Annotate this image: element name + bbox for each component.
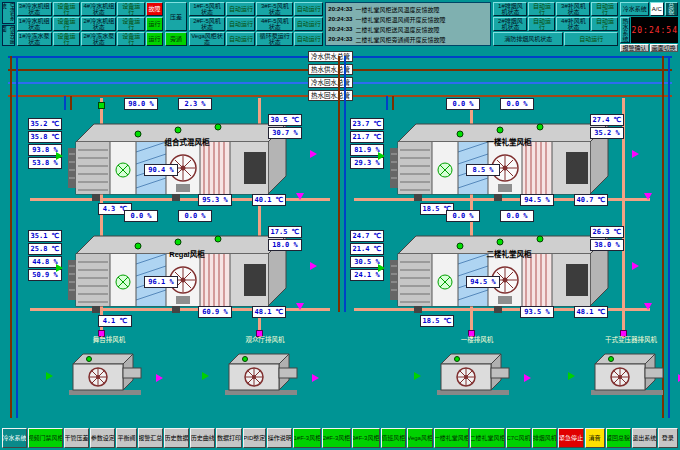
status-indicator[interactable]: 设备运行 bbox=[117, 17, 145, 31]
equipment-status-button[interactable]: 1#F-5风机状态 bbox=[189, 2, 226, 16]
equipment-status-button[interactable]: 4#F-5风机状态 bbox=[256, 17, 293, 31]
toolbar-button[interactable]: 视频门禁风柜 bbox=[28, 428, 63, 448]
toolbar-button[interactable]: 二楼礼堂风柜 bbox=[470, 428, 505, 448]
outT-readout: 26.3 ℃ bbox=[590, 226, 624, 238]
equipment-status-button[interactable]: 3#补风机状态 bbox=[556, 2, 590, 16]
overview-button[interactable]: 总貌 bbox=[665, 2, 678, 16]
equipment-status-button[interactable]: Vega风柜状态 bbox=[189, 32, 226, 46]
hot-water-system-button[interactable]: 热水系统 bbox=[620, 17, 630, 43]
toolbar-button[interactable]: C7C风机 bbox=[506, 428, 531, 448]
outT-readout: 17.5 ℃ bbox=[268, 226, 302, 238]
toolbar-button[interactable]: 退出系统 bbox=[632, 428, 657, 448]
toolbar-button[interactable]: 操作说明 bbox=[267, 428, 292, 448]
toolbar-button[interactable]: 冷水系统 bbox=[2, 428, 27, 448]
status-indicator[interactable]: 自动运行 bbox=[226, 32, 255, 46]
bypass-button[interactable]: 旁通 bbox=[165, 32, 186, 46]
exhaust-fan-graphic bbox=[581, 346, 680, 401]
toolbar-button[interactable]: 3#F-3风柜 bbox=[352, 428, 380, 448]
exhaust-fan-graphic bbox=[427, 346, 527, 401]
equipment-status-button[interactable]: 1#冷冻水泵状态 bbox=[17, 32, 52, 46]
pipe-label: 冷水回水总管 bbox=[308, 77, 353, 88]
status-indicator[interactable]: 设备运行 bbox=[53, 2, 81, 16]
toolbar-button[interactable]: 2#F-3风柜 bbox=[322, 428, 350, 448]
toolbar-button[interactable]: Vega风柜 bbox=[407, 428, 434, 448]
status-indicator[interactable]: 自动运行 bbox=[528, 17, 555, 31]
status-indicator[interactable]: 自动运行 bbox=[294, 32, 323, 46]
ahu-unit: 一楼礼堂风柜23.7 ℃21.7 ℃81.9 %29.3 %0.0 %0.0 %… bbox=[350, 100, 658, 218]
status-indicator[interactable]: 设备运行 bbox=[53, 17, 81, 31]
toolbar-button[interactable]: 返回总貌 bbox=[606, 428, 631, 448]
screen-switch-button[interactable]: 画面切换 bbox=[650, 44, 678, 52]
equipment-status-button[interactable]: 3#F-5风机状态 bbox=[256, 2, 293, 16]
equipment-status-button[interactable]: 2#排烟风机状态 bbox=[493, 17, 527, 31]
inlet-flow-arrow bbox=[378, 152, 385, 160]
status-indicator[interactable]: 自动运行 bbox=[294, 2, 323, 16]
alarm-time: 20:24:33 bbox=[328, 16, 352, 22]
toolbar-button[interactable]: 平衡阀 bbox=[116, 428, 136, 448]
top2-readout: 0.0 % bbox=[178, 210, 212, 222]
equipment-status-button[interactable]: 4#冷水机组状态 bbox=[81, 2, 116, 16]
hot-water-return-header-pipe: 热水回水总管 bbox=[8, 95, 672, 97]
status-indicator[interactable]: 自动运行 bbox=[294, 17, 323, 31]
outlet-flow-arrow bbox=[632, 262, 639, 270]
tab-system[interactable]: 空调系统 bbox=[2, 2, 15, 24]
status-indicator[interactable]: 自动运行 bbox=[226, 17, 255, 31]
toolbar-button[interactable]: PID整定 bbox=[243, 428, 267, 448]
equipment-status-button[interactable]: 2#冷冻水泵状态 bbox=[81, 32, 116, 46]
alarm-list: 20:24:33一楼礼堂风柜送风温度反馈故障20:24:33一楼礼堂风柜温风阀开… bbox=[325, 2, 491, 46]
t2-readout: 35.8 ℃ bbox=[28, 131, 62, 143]
inlet-flow-arrow bbox=[56, 152, 63, 160]
toolbar-button[interactable]: 1#F-3风柜 bbox=[293, 428, 321, 448]
exhaust-fan-unit: 舞台排风机 bbox=[44, 334, 174, 408]
equipment-status-button[interactable]: 消防排烟风机状态 bbox=[493, 32, 563, 46]
tab-priority[interactable]: 优先画面 bbox=[2, 25, 15, 47]
alarm-time: 20:24:33 bbox=[328, 26, 352, 32]
toolbar-button[interactable]: 报警汇总 bbox=[138, 428, 163, 448]
cold-water-system-button[interactable]: 冷水系统 bbox=[620, 2, 649, 16]
ahu-unit: 二楼礼堂风柜24.7 ℃21.4 ℃30.5 %24.1 %0.0 %0.0 %… bbox=[350, 212, 658, 330]
toolbar-button[interactable]: 参数设定 bbox=[90, 428, 115, 448]
lowB-readout: 48.1 ℃ bbox=[574, 306, 608, 318]
status-indicator[interactable]: 自动运行 bbox=[564, 32, 618, 46]
status-indicator[interactable]: 设备运行 bbox=[117, 32, 145, 46]
t1-readout: 24.7 ℃ bbox=[350, 230, 384, 242]
equipment-status-button[interactable]: 2#F-5风机状态 bbox=[189, 17, 226, 31]
toolbar-button[interactable]: 一楼礼堂风柜 bbox=[434, 428, 469, 448]
toolbar-button[interactable]: 消音 bbox=[585, 428, 605, 448]
toolbar-button[interactable]: 干管压差 bbox=[64, 428, 89, 448]
equipment-status-button[interactable]: 1#冷水机组状态 bbox=[17, 17, 52, 31]
valve-readout: 96.1 % bbox=[144, 276, 178, 288]
toolbar-button[interactable]: 历史曲线 bbox=[190, 428, 215, 448]
outH-readout: 35.2 % bbox=[590, 127, 624, 139]
status-indicator[interactable]: 设备运行 bbox=[117, 2, 145, 16]
status-indicator[interactable]: 运行 bbox=[146, 17, 163, 31]
ac-button[interactable]: A/C bbox=[650, 2, 663, 16]
equipment-status-button[interactable]: 循环泵运行状态 bbox=[256, 32, 293, 46]
exhaust-fan-graphic bbox=[59, 346, 159, 401]
toolbar-button[interactable]: 排烟风机 bbox=[532, 428, 557, 448]
equipment-status-button[interactable]: 2#冷水机组状态 bbox=[81, 17, 116, 31]
ahu-name-label: Regal风柜 bbox=[112, 248, 262, 259]
toolbar-button[interactable]: 历史数据 bbox=[164, 428, 189, 448]
toolbar-button[interactable]: 值班风柜 bbox=[381, 428, 406, 448]
toolbar-button[interactable]: 紧急停止 bbox=[558, 428, 583, 448]
equipment-status-button[interactable]: 1#排烟风机状态 bbox=[493, 2, 527, 16]
alarm-text: 二楼礼堂风柜送风温度反馈故障 bbox=[355, 25, 439, 34]
exhaust-fan-unit: 观众厅排风机 bbox=[200, 334, 330, 408]
grid-row: 3#冷水机组状态设备运行4#冷水机组状态设备运行故障 bbox=[17, 2, 163, 16]
toolbar-button[interactable]: 登录 bbox=[658, 428, 678, 448]
status-indicator[interactable]: 运行 bbox=[146, 32, 163, 46]
pressure-diff-button[interactable]: 压差 bbox=[165, 2, 186, 31]
status-indicator[interactable]: 自动运行 bbox=[528, 2, 555, 16]
status-indicator[interactable]: 设备运行 bbox=[53, 32, 81, 46]
exhaust-fan-unit: 一楼排风机 bbox=[412, 334, 542, 408]
equipment-status-button[interactable]: 4#补风机状态 bbox=[556, 17, 590, 31]
toolbar-button[interactable]: 数据打印 bbox=[216, 428, 241, 448]
alarm-ack-button[interactable]: 报警确认 bbox=[620, 44, 648, 52]
fault-indicator[interactable]: 故障 bbox=[146, 2, 163, 16]
t1-readout: 35.1 ℃ bbox=[28, 230, 62, 242]
status-indicator[interactable]: 自动运行 bbox=[591, 17, 618, 31]
status-indicator[interactable]: 自动运行 bbox=[591, 2, 618, 16]
equipment-status-button[interactable]: 3#冷水机组状态 bbox=[17, 2, 52, 16]
status-indicator[interactable]: 自动运行 bbox=[226, 2, 255, 16]
